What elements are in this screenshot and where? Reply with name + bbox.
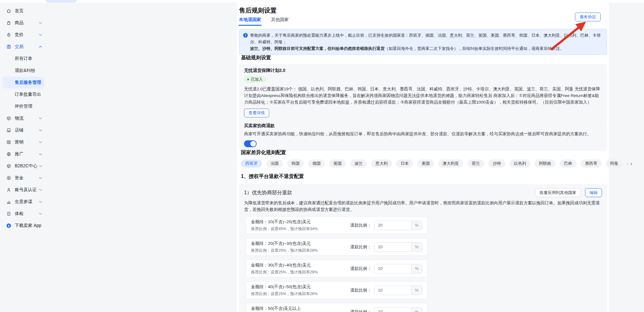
sidebar-item-products[interactable]: 商品 — [3, 17, 45, 29]
sidebar-item-refund-disputes[interactable]: 退款&纠纷 — [3, 65, 45, 77]
country-pill-oman[interactable]: 阿曼 — [606, 159, 623, 168]
sidebar-label: 首页 — [15, 8, 24, 14]
tab-other-countries[interactable]: 其他国家 — [271, 17, 289, 26]
sidebar-label: 店铺 — [15, 127, 24, 133]
negotiation-title: 买卖家协商退款 — [244, 123, 602, 129]
top-bar-tab-fragment — [45, 0, 77, 3]
country-pill-saudi[interactable]: 沙特 — [488, 159, 505, 168]
content-panel: 售后规则设置 本地退国家 其他国家 服务协议 i 尊敬的商家，关于售后商家的预处… — [237, 3, 609, 312]
country-pill-israel[interactable]: 以色列 — [509, 159, 530, 168]
sidebar-item-batch-export[interactable]: 订单批量导出 — [3, 89, 45, 100]
country-pill-australia[interactable]: 澳大利亚 — [438, 159, 463, 168]
tab-local-return-countries[interactable]: 本地退国家 — [239, 17, 261, 26]
bar-chart-icon — [6, 199, 11, 204]
scroll-left-icon[interactable]: ‹ — [627, 161, 629, 166]
country-pill-uk[interactable]: 英国 — [329, 159, 346, 168]
service-agreement-button[interactable]: 服务协议 — [575, 13, 601, 21]
batch-apply-button[interactable]: 批量应用到其他国家 — [535, 188, 581, 197]
page-title: 售后规则设置 — [239, 6, 277, 15]
tab-active-underline — [238, 25, 262, 26]
scroll-right-icon[interactable]: › — [631, 161, 632, 166]
percent-unit: % — [411, 243, 422, 251]
sidebar-item-logistics[interactable]: 物流 — [3, 112, 45, 124]
download-icon — [6, 223, 11, 228]
amount-range: 金额段：50(不含)美元以上 — [251, 306, 318, 311]
sidebar-label: 物流 — [15, 116, 24, 121]
sidebar-item-health-check[interactable]: 体检 — [3, 208, 45, 220]
store-icon — [6, 128, 11, 133]
sidebar-label: 资金 — [15, 175, 24, 181]
sidebar-item-account[interactable]: 账号及认证 — [3, 184, 45, 196]
sidebar-item-marketing[interactable]: 营销 — [3, 136, 45, 148]
notice-line2-rest: （如退回海外仓，需商家二次下发指令），后续纠纷单实际生效时间待平台通知，请商家后… — [385, 46, 564, 51]
sidebar-label: 体检 — [15, 211, 24, 217]
sidebar-item-funds[interactable]: 资金 — [3, 172, 45, 184]
refund-ratio-input[interactable] — [374, 221, 411, 230]
country-pill-uae[interactable]: 阿联酋 — [535, 159, 556, 168]
country-pill-spain[interactable]: 西班牙 — [241, 159, 262, 168]
amount-range: 金额段：30(不含)~40(包含)美元 — [251, 262, 318, 268]
sidebar-item-home[interactable]: 首页 — [3, 5, 45, 17]
percent-unit: % — [411, 264, 422, 273]
refund-ratio-input[interactable] — [374, 243, 411, 251]
negotiation-toggle[interactable] — [244, 140, 257, 147]
country-pill-italy[interactable]: 意大利 — [371, 159, 392, 168]
sidebar-item-download-app[interactable]: 下载卖家 App — [3, 220, 45, 232]
sidebar-item-bidding[interactable]: 竞价 — [3, 29, 45, 41]
recommend-ratio: 推荐比例：设置25%，预计挽回率26% — [251, 291, 318, 297]
sidebar-label: B2B2C中心 — [15, 163, 37, 169]
recommend-ratio: 推荐比例：设置45%，预计挽回率34% — [251, 226, 318, 232]
basic-rules-heading: 基础规则设置 — [241, 55, 271, 61]
sidebar-item-business-advisor[interactable]: 生意参谋 — [3, 196, 45, 208]
negotiation-description: 商家可开通买卖家协商功能，快速响应纠纷，从而挽留相应订单，即在售后协商中由商家提… — [244, 131, 602, 137]
sidebar-label: 推广 — [15, 151, 24, 157]
refund-ratio-input[interactable] — [374, 308, 411, 312]
sidebar-item-shop[interactable]: 店铺 — [3, 124, 45, 136]
country-pill-korea[interactable]: 韩国 — [287, 159, 304, 168]
percent-unit: % — [411, 308, 422, 312]
refund-ratio-label: 退款比例： — [350, 223, 372, 228]
country-pill-japan[interactable]: 日本 — [396, 159, 413, 168]
green-dot-icon — [247, 78, 249, 80]
country-pill-germany[interactable]: 德国 — [308, 159, 325, 168]
money-bag-icon — [6, 32, 11, 37]
notice-line1: 尊敬的商家，关于售后商家的预处置能力逐步上线中，截止目前，已支持生效的国家是：西… — [250, 32, 602, 45]
country-pill-poland[interactable]: 波兰 — [350, 159, 367, 168]
clipboard-icon — [6, 44, 11, 49]
buyer-seller-negotiation-card: 买卖家协商退款 商家可开通买卖家协商功能，快速响应纠纷，从而挽留相应订单，即在售… — [239, 119, 607, 151]
sidebar-label: 下载卖家 App — [15, 223, 41, 229]
country-pill-bahrain[interactable]: 巴林 — [560, 159, 577, 168]
chevron-down-icon — [39, 213, 42, 215]
person-icon — [6, 187, 11, 192]
refund-ratio-label: 退款比例： — [350, 266, 372, 272]
country-pill-mexico[interactable]: 墨西哥 — [581, 159, 602, 168]
country-pill-netherlands[interactable]: 荷兰 — [467, 159, 484, 168]
notice-banner: i 尊敬的商家，关于售后商家的预处置能力逐步上线中，截止目前，已支持生效的国家是… — [239, 29, 607, 55]
cube-icon — [6, 164, 11, 169]
country-pill-usa[interactable]: 美国 — [417, 159, 434, 168]
refund-ratio-input[interactable] — [374, 264, 411, 273]
refund-ratio-input[interactable] — [374, 286, 411, 295]
sidebar-item-trade[interactable]: 交易 — [3, 41, 45, 53]
sidebar-item-review-management[interactable]: 评价管理 — [3, 100, 45, 112]
sidebar-label: 竞价 — [15, 32, 24, 38]
view-details-button[interactable]: 查看详情 — [244, 109, 269, 117]
edit-button[interactable]: 编辑 — [585, 188, 602, 197]
chevron-down-icon — [39, 189, 42, 191]
country-pill-france[interactable]: 法国 — [266, 159, 283, 168]
sidebar-item-aftersales-service[interactable]: 售后服务管理 — [3, 77, 45, 89]
sidebar-item-promotion[interactable]: 推广 — [3, 148, 45, 160]
sidebar-label: 订单批量导出 — [15, 92, 41, 97]
marketing-icon — [6, 140, 11, 145]
priority-negotiation-title: 1）优先协商部分退款 — [244, 190, 292, 196]
info-icon: i — [243, 33, 248, 38]
chevron-down-icon — [39, 129, 42, 131]
health-check-icon — [6, 211, 11, 216]
sidebar-item-all-orders[interactable]: 所有订单 — [3, 53, 45, 65]
dollar-circle-icon — [6, 175, 11, 180]
country-rules-heading: 国家差异化规则配置 — [241, 149, 286, 156]
chevron-down-icon — [39, 117, 42, 119]
amount-tier-row: 金额段：50(不含)美元以上推荐比例：设置25%，预计挽回率29% 退款比例： … — [246, 303, 428, 312]
percent-unit: % — [411, 221, 422, 230]
sidebar-item-b2b2c-center[interactable]: B2B2C中心 — [3, 160, 45, 172]
